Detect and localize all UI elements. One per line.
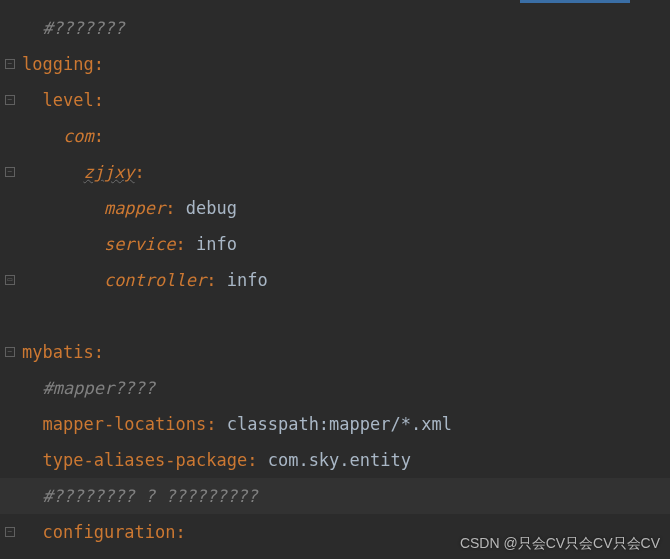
fold-minus-icon[interactable]: − (5, 167, 15, 177)
code-content (20, 298, 32, 334)
code-line[interactable]: − level: (0, 82, 670, 118)
code-line[interactable]: type-aliases-package: com.sky.entity (0, 442, 670, 478)
gutter: − (0, 167, 20, 177)
gutter: − (0, 95, 20, 105)
code-content: zjjxy: (20, 154, 145, 190)
gutter: − (0, 347, 20, 357)
fold-minus-icon[interactable]: − (5, 347, 15, 357)
fold-minus-icon[interactable]: − (5, 527, 15, 537)
code-line[interactable]: com: (0, 118, 670, 154)
code-line[interactable]: −logging: (0, 46, 670, 82)
code-line[interactable]: mapper: debug (0, 190, 670, 226)
code-line[interactable]: service: info (0, 226, 670, 262)
top-indicator (520, 0, 630, 3)
code-line[interactable]: #??????? (0, 10, 670, 46)
fold-minus-icon[interactable]: − (5, 59, 15, 69)
code-content: service: info (20, 226, 237, 262)
code-editor[interactable]: #???????−logging:− level: com:− zjjxy: m… (0, 0, 670, 559)
gutter: ▭ (0, 275, 20, 285)
code-content: configuration: (20, 514, 186, 550)
code-content: type-aliases-package: com.sky.entity (20, 442, 411, 478)
code-content: mybatis: (20, 334, 104, 370)
code-content: mapper: debug (20, 190, 237, 226)
code-content: #???????? ? ????????? (20, 478, 257, 514)
code-content: logging: (20, 46, 104, 82)
code-content: #??????? (20, 10, 124, 46)
code-line[interactable]: ▭ controller: info (0, 262, 670, 298)
code-content: level: (20, 82, 104, 118)
code-content: #mapper???? (20, 370, 155, 406)
fold-minus-icon[interactable]: − (5, 95, 15, 105)
code-line[interactable]: #???????? ? ????????? (0, 478, 670, 514)
code-content: controller: info (20, 262, 268, 298)
watermark: CSDN @只会CV只会CV只会CV (460, 535, 660, 553)
code-line[interactable] (0, 298, 670, 334)
code-content: mapper-locations: classpath:mapper/*.xml (20, 406, 452, 442)
code-line[interactable]: −mybatis: (0, 334, 670, 370)
code-content: com: (20, 118, 104, 154)
fold-close-icon[interactable]: ▭ (5, 275, 15, 285)
gutter: − (0, 527, 20, 537)
gutter: − (0, 59, 20, 69)
code-line[interactable]: − zjjxy: (0, 154, 670, 190)
code-line[interactable]: mapper-locations: classpath:mapper/*.xml (0, 406, 670, 442)
code-line[interactable]: #mapper???? (0, 370, 670, 406)
